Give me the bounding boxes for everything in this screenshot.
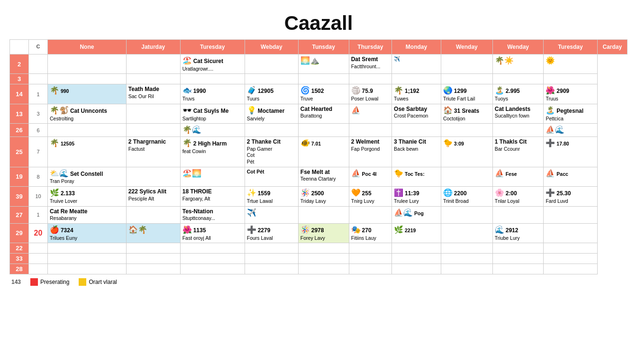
- calendar-table: C None Jaturday Turesday Webday Tunsday …: [9, 39, 628, 274]
- cell-text: Sucalltycn fown: [495, 113, 529, 118]
- cell-text: Moctamer: [258, 108, 285, 114]
- data-cell: 🪅 2500Triday Lavy: [298, 187, 349, 206]
- data-cell: Cat HeartedBurattong: [298, 104, 349, 123]
- cell-emoji: ⛵: [495, 169, 504, 177]
- row-number: 27: [10, 206, 29, 223]
- data-cell: [544, 243, 597, 254]
- cell-text: 2909: [556, 88, 569, 94]
- cell-emoji: 🌴: [182, 139, 192, 147]
- data-cell: ⛵: [349, 104, 391, 123]
- data-cell: 🌏 1299Triute Fart Lail: [441, 84, 492, 104]
- data-cell: 🍎 7324Trilues Euny: [48, 223, 127, 243]
- table-row: 33: [10, 254, 628, 264]
- data-cell: [441, 264, 492, 274]
- data-cell: [48, 243, 127, 254]
- data-cell: ➕ 25.30Fard Luvd: [544, 187, 597, 206]
- table-row: 141🌴 990Teath MadeSac Our Ril🐟 1990Truvs…: [10, 84, 628, 104]
- data-cell: [544, 206, 597, 223]
- cell-text: Factthrount...: [351, 64, 381, 69]
- cell-text: 1559: [258, 190, 271, 197]
- legend-item-orart: Orart vlaral: [79, 278, 117, 286]
- cell-text: Resabarany: [50, 215, 77, 221]
- cell-emoji: 🌺: [546, 86, 555, 94]
- cell-emoji: 🐤: [443, 139, 453, 147]
- table-row: 198⛅🌊 Set ConstellTran Poray🏖️🌅 Cot PétF…: [10, 167, 628, 186]
- cell-text: Cat Landests: [495, 106, 530, 112]
- data-cell: [392, 124, 441, 137]
- cell-emoji: 🪅: [300, 226, 310, 234]
- legend-item-preserating: Preserating: [30, 278, 69, 286]
- data-cell: 🌴 2 High Harmfeat Cowin: [180, 137, 245, 167]
- cell-text: 2 High Harm: [193, 140, 227, 147]
- cell-text: Crost Pacemon: [394, 113, 428, 118]
- cell-text: Cot Pét: [247, 169, 264, 174]
- cell-text: 255: [362, 190, 372, 197]
- page-title: Caazall: [5, 5, 632, 39]
- data-cell: [245, 254, 298, 264]
- data-cell: [245, 243, 298, 254]
- cell-emoji: 🏝️: [495, 86, 504, 94]
- cell-text: 270: [362, 227, 372, 234]
- data-cell: 🌐 2200Trinit Broad: [441, 187, 492, 206]
- data-cell: [126, 55, 180, 74]
- cell-text: Sac Our Ril: [128, 93, 154, 99]
- cell-text: Pacc: [556, 171, 568, 177]
- cell-text: Truve: [300, 96, 313, 101]
- data-cell: [349, 206, 391, 223]
- cell-text: Pap Gamer: [247, 146, 273, 152]
- data-cell: [180, 264, 245, 274]
- cell-text: 11:39: [405, 190, 419, 197]
- cell-text: Fours Laval: [247, 235, 273, 241]
- header-rownum: [10, 40, 29, 55]
- cell-emoji: 🏠: [443, 106, 453, 114]
- cell-emoji: ⛵🌊: [546, 126, 564, 134]
- header-wenday1: Wenday: [441, 40, 492, 55]
- cell-text: Set Constell: [70, 171, 103, 177]
- cell-emoji: 🏖️: [182, 56, 192, 64]
- table-row: 2🏖️ Cat SicuretUratlagrowr....🌅⛰️ Dat Sr…: [10, 55, 628, 74]
- data-cell: 🪅 2978Forey Lavy: [298, 223, 349, 243]
- cell-text: Pettcica: [546, 116, 563, 121]
- data-cell: [544, 223, 597, 243]
- main-table-wrapper: C None Jaturday Turesday Webday Tunsday …: [5, 39, 632, 274]
- row-number: 22: [10, 243, 29, 254]
- cell-text: 2.133: [61, 190, 75, 197]
- row-number: 25: [10, 137, 29, 167]
- cell-text: 18 THROIE: [182, 188, 212, 195]
- cell-text: Truus: [546, 96, 558, 101]
- cell-emoji: 🌀: [300, 86, 310, 94]
- cell-text: 2279: [258, 227, 271, 234]
- data-cell: Fse Melt atTeenna Ctartary: [298, 167, 349, 186]
- data-cell: Cot Pét: [245, 167, 298, 186]
- cell-emoji: 🏖️🌅: [182, 169, 201, 177]
- cell-text: 1299: [454, 88, 467, 94]
- cell-text: Poc 4I: [362, 171, 377, 177]
- cell-emoji: ✝️: [394, 189, 403, 197]
- col-c-value: 1: [29, 206, 48, 223]
- data-cell: 🌴🌊: [180, 124, 245, 137]
- data-cell: ✈️: [245, 206, 298, 223]
- data-cell: [441, 206, 492, 223]
- cell-text: Factust: [128, 146, 145, 152]
- cell-text: Stupttconaay...: [182, 215, 215, 221]
- data-cell: ⛵🌊: [544, 124, 597, 137]
- cell-text: Fast oroyj All: [182, 235, 211, 241]
- cell-text: Cat Re Meatte: [50, 208, 87, 215]
- data-cell: Ose SarbtayCrost Pacemon: [392, 104, 441, 123]
- data-cell: 🎭 270Fitiins Lauy: [349, 223, 391, 243]
- cell-emoji: 🌐: [443, 189, 453, 197]
- cell-text: 2 Thanke Cit: [247, 138, 281, 145]
- col-c-value: 3: [29, 104, 48, 123]
- cell-emoji: ⛵🌊: [394, 209, 413, 217]
- data-cell: ➕ 17.80: [544, 137, 597, 167]
- cell-emoji: ✈️: [247, 209, 256, 217]
- cell-text: 12505: [61, 141, 74, 146]
- data-cell: [48, 74, 127, 84]
- cell-text: 1 Thakls Cit: [495, 138, 527, 145]
- data-cell: [48, 55, 127, 74]
- data-cell: [441, 243, 492, 254]
- data-cell: 🌿 2.133Truive Lover: [48, 187, 127, 206]
- row-number: 39: [10, 187, 29, 206]
- data-cell: 🏝️ PegtesnalPettcica: [544, 104, 597, 123]
- cell-emoji: 🏠🌴: [128, 226, 147, 234]
